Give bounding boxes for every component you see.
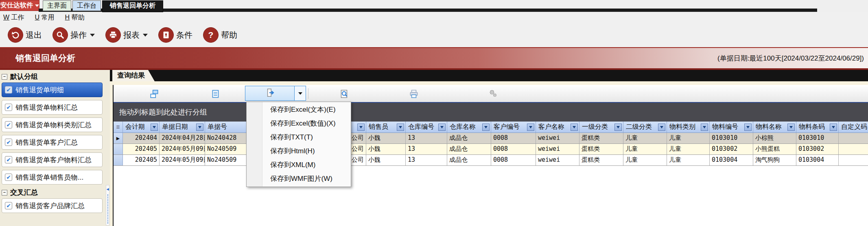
window-tab[interactable]: 主界面 <box>43 0 71 11</box>
column-header[interactable]: 销售员 <box>366 122 406 133</box>
context-menu-item[interactable]: 保存到XML(M) <box>247 158 351 172</box>
table-cell[interactable]: 小魏 <box>366 144 406 154</box>
sidebar-item[interactable]: ✔销售退货单物料类别汇总 <box>2 117 103 132</box>
column-header[interactable]: 客户名称 <box>536 122 579 133</box>
checkbox-checked-icon[interactable]: ✔ <box>5 139 12 146</box>
menu-item-help[interactable]: H 帮助 <box>65 13 85 22</box>
settings-gears-icon[interactable] <box>488 89 498 99</box>
filter-dropdown-icon[interactable] <box>744 124 752 131</box>
sidebar-group-header[interactable]: −交叉汇总 <box>2 187 103 198</box>
table-cell[interactable]: 0008 <box>491 133 536 143</box>
sidebar-group-header[interactable]: −默认分组 <box>2 72 103 82</box>
context-menu-item[interactable]: 保存到WMF图片(W) <box>247 172 351 186</box>
table-cell[interactable]: No240509 <box>205 155 250 165</box>
checkbox-checked-icon[interactable]: ✔ <box>5 121 12 128</box>
table-cell[interactable] <box>839 144 868 154</box>
help-button[interactable]: ?帮助 <box>199 26 241 44</box>
window-tab[interactable]: 销售退回单分析 <box>102 0 163 12</box>
splitter-handle[interactable]: ◀ <box>106 185 109 226</box>
checkbox-checked-icon[interactable]: ✔ <box>5 156 12 163</box>
checkbox-checked-icon[interactable]: ✔ <box>5 174 12 181</box>
table-cell[interactable]: 儿童 <box>667 144 710 154</box>
table-cell[interactable]: 小魏 <box>366 133 406 143</box>
export-dropdown-button[interactable] <box>295 86 306 100</box>
exit-button[interactable]: 退出 <box>4 26 46 44</box>
column-header[interactable]: 二级分类 <box>623 122 667 133</box>
filter-dropdown-icon[interactable] <box>482 124 490 131</box>
filter-dropdown-icon[interactable] <box>196 124 203 131</box>
table-cell[interactable]: 蛋糕类 <box>579 155 623 165</box>
column-header[interactable]: 物料名称 <box>753 122 796 133</box>
checkbox-checked-icon[interactable]: ✔ <box>5 104 12 111</box>
row-indicator[interactable] <box>114 144 123 154</box>
column-header[interactable]: 自定义码 <box>839 122 868 133</box>
table-cell[interactable]: 小熊蛋糕 <box>753 144 796 154</box>
table-cell[interactable]: 小魏 <box>366 155 406 165</box>
context-menu-item[interactable]: 保存到Excel(文本)(E) <box>247 103 351 117</box>
filter-dropdown-icon[interactable] <box>658 124 665 131</box>
column-header[interactable]: 会计期 <box>123 122 160 133</box>
filter-dropdown-icon[interactable] <box>787 124 795 131</box>
table-cell[interactable]: weiwei <box>536 133 579 143</box>
table-cell[interactable]: weiwei <box>536 144 579 154</box>
table-cell[interactable]: 0008 <box>491 155 536 165</box>
table-cell[interactable]: 蛋糕类 <box>579 144 623 154</box>
table-cell[interactable] <box>839 155 868 165</box>
filter-dropdown-icon[interactable] <box>397 124 404 131</box>
sidebar-item[interactable]: ✔销售退货单明细 <box>2 83 103 97</box>
brand-menu-button[interactable]: 安仕达软件 <box>0 0 39 11</box>
table-cell[interactable]: 淘气狗狗 <box>753 155 796 165</box>
table-cell[interactable]: 2024年05月09日 <box>160 155 205 165</box>
table-cell[interactable]: No240428 <box>205 133 250 143</box>
report-button[interactable]: 报表 <box>102 26 151 44</box>
table-cell[interactable]: 202405 <box>123 144 160 154</box>
checkbox-checked-icon[interactable]: ✔ <box>5 86 12 93</box>
context-menu-item[interactable]: 保存到TXT(T) <box>247 130 351 144</box>
checkbox-checked-icon[interactable]: ✔ <box>5 202 12 209</box>
print-icon[interactable] <box>409 89 419 99</box>
column-header[interactable]: 单据日期 <box>160 122 205 133</box>
column-header[interactable]: 仓库编号 <box>406 122 447 133</box>
table-cell[interactable]: 0103002 <box>796 144 839 154</box>
table-cell[interactable]: 0103010 <box>796 133 839 143</box>
operate-button[interactable]: 操作 <box>49 26 98 44</box>
table-cell[interactable]: 0103004 <box>796 155 839 165</box>
filter-dropdown-icon[interactable] <box>830 124 837 131</box>
filter-dropdown-icon[interactable] <box>151 124 158 131</box>
column-header[interactable]: 物料类别 <box>667 122 710 133</box>
export-button[interactable] <box>245 86 295 100</box>
field-chooser-icon[interactable] <box>149 89 160 99</box>
filter-dropdown-icon[interactable] <box>701 124 708 131</box>
table-cell[interactable]: 13 <box>406 133 447 143</box>
table-cell[interactable]: 儿童 <box>667 133 710 143</box>
table-cell[interactable]: 0103004 <box>710 155 753 165</box>
table-cell[interactable]: 成品仓 <box>447 144 491 154</box>
context-menu-item[interactable]: 保存到Html(H) <box>247 144 351 158</box>
collapse-minus-icon[interactable]: − <box>2 190 7 196</box>
table-cell[interactable]: No240509 <box>205 144 250 154</box>
column-header[interactable]: 一级分类 <box>579 122 623 133</box>
table-cell[interactable]: 蛋糕类 <box>579 133 623 143</box>
table-cell[interactable]: 2024年05月09日 <box>160 144 205 154</box>
table-cell[interactable]: 0103002 <box>710 144 753 154</box>
tab-query-result[interactable]: 查询结果 <box>112 70 155 81</box>
table-cell[interactable]: 儿童 <box>667 155 710 165</box>
table-cell[interactable]: 202404 <box>123 133 160 143</box>
table-cell[interactable]: 成品仓 <box>447 133 491 143</box>
table-cell[interactable]: 成品仓 <box>447 155 491 165</box>
table-cell[interactable]: 小棕熊 <box>753 133 796 143</box>
table-cell[interactable]: 13 <box>406 144 447 154</box>
row-indicator[interactable]: ▶ <box>114 133 123 143</box>
window-tab[interactable]: 工作台 <box>72 0 101 11</box>
column-header[interactable]: 物料编号 <box>710 122 753 133</box>
context-menu-item[interactable]: 保存到Excel(数值)(X) <box>247 117 351 130</box>
group-panel-icon[interactable] <box>210 89 221 99</box>
table-cell[interactable]: 2024年04月28日 <box>160 133 205 143</box>
menu-item-work[interactable]: W 工作 <box>3 13 24 22</box>
sidebar-item[interactable]: ✔销售退货客户品牌汇总 <box>2 198 103 213</box>
sidebar-item[interactable]: ✔销售退货单销售员物... <box>2 170 103 185</box>
table-cell[interactable]: 0008 <box>491 144 536 154</box>
filter-dropdown-icon[interactable] <box>438 124 446 131</box>
column-header[interactable]: 客户编号 <box>491 122 536 133</box>
collapse-minus-icon[interactable]: − <box>2 74 7 80</box>
